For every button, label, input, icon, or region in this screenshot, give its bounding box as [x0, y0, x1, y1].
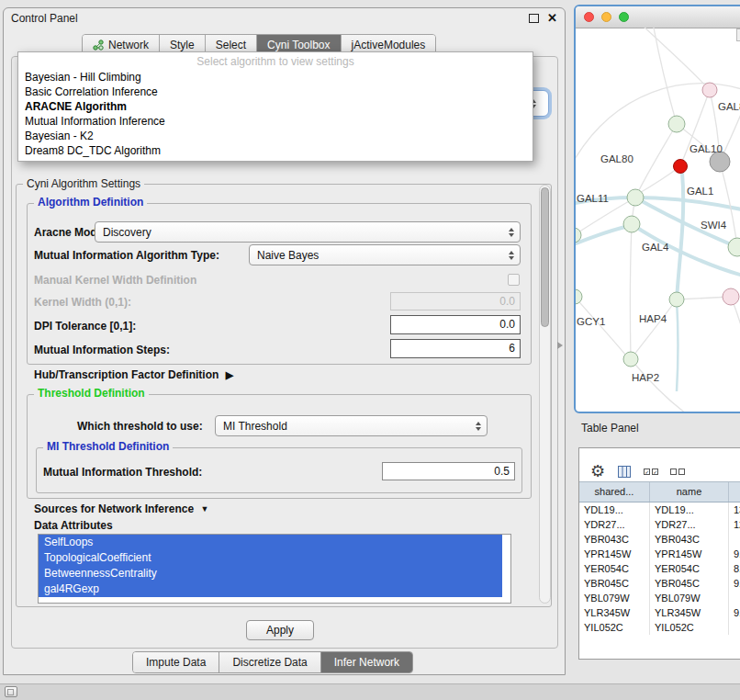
cell[interactable]: YLR345W — [650, 605, 729, 620]
cell[interactable] — [729, 591, 740, 605]
algorithm-option[interactable]: Dream8 DC_TDC Algorithm — [18, 143, 533, 158]
attribute-item-selected[interactable]: gal4RGexp — [39, 581, 502, 597]
settings-gear-icon[interactable]: ⚙ — [590, 463, 605, 480]
sources-toggle[interactable]: Sources for Network Inference ▼ — [34, 502, 205, 515]
network-node-selected-red[interactable] — [674, 160, 688, 174]
cell[interactable]: YPR145W — [579, 547, 650, 561]
column-header[interactable] — [729, 482, 740, 502]
column-header[interactable]: shared... — [579, 482, 650, 502]
minimize-traffic-light-icon[interactable] — [601, 12, 611, 22]
manual-kernel-checkbox[interactable] — [508, 274, 520, 286]
panel-divider-arrow[interactable] — [557, 342, 563, 349]
cell[interactable]: YPR145W — [650, 547, 729, 561]
table-row[interactable]: YBR045C YBR045C 9. — [579, 576, 740, 591]
caret-right-icon: ▶ — [226, 369, 233, 380]
columns-icon[interactable] — [617, 465, 632, 479]
mi-type-combobox[interactable]: Naive Bayes — [249, 244, 521, 265]
algorithm-option[interactable]: Basic Correlation Inference — [18, 85, 533, 99]
taskbar-window-icon[interactable] — [5, 686, 17, 697]
attribute-item-selected[interactable]: TopologicalCoefficient — [39, 550, 502, 566]
network-node[interactable] — [723, 288, 739, 305]
table-row[interactable]: YDR27... YDR27... 12 — [579, 517, 740, 532]
table-row[interactable]: YPR145W YPR145W 9. — [579, 547, 740, 561]
cell[interactable]: 13 — [729, 502, 740, 517]
network-node-gal10[interactable] — [710, 152, 730, 172]
cell[interactable]: YBL079W — [579, 591, 650, 605]
cell[interactable]: YBR043C — [650, 532, 729, 547]
cell[interactable]: YER054C — [579, 561, 650, 576]
table-row[interactable]: YDL19... YDL19... 13 — [579, 502, 740, 517]
aracne-mode-combobox[interactable]: Discovery — [95, 221, 521, 243]
table-row[interactable]: YBL079W YBL079W — [579, 591, 740, 605]
which-threshold-combobox[interactable]: MI Threshold — [215, 415, 488, 436]
cell[interactable]: 12 — [729, 517, 740, 532]
hub-section-toggle[interactable]: Hub/Transcription Factor Definition ▶ — [34, 368, 230, 381]
combo-arrows-icon — [509, 251, 514, 260]
mi-threshold-title: MI Threshold Definition — [43, 440, 173, 453]
close-icon[interactable]: ✕ — [547, 13, 557, 24]
algorithm-option[interactable]: Bayesian - Hill Climbing — [18, 70, 533, 85]
cell[interactable]: YIL052C — [579, 620, 650, 635]
cell[interactable]: 9. — [729, 576, 740, 591]
network-node[interactable] — [669, 292, 684, 307]
attribute-item-selected[interactable]: BetweennessCentrality — [39, 566, 502, 581]
cell[interactable]: YIL052C — [650, 620, 729, 635]
network-node[interactable] — [668, 116, 685, 132]
data-attributes-list[interactable]: SelfLoops TopologicalCoefficient Between… — [38, 534, 511, 604]
algorithm-option-selected[interactable]: ARACNE Algorithm — [18, 99, 533, 114]
algorithm-dropdown-popup: Select algorithm to view settings Bayesi… — [17, 51, 533, 162]
table-row[interactable]: YIL052C YIL052C — [579, 620, 740, 635]
network-node[interactable] — [627, 189, 644, 206]
table-row[interactable]: YBR043C YBR043C — [579, 532, 740, 547]
unchecked-boxes-icon[interactable] — [670, 469, 685, 475]
cell[interactable]: YDR27... — [579, 517, 650, 532]
cell[interactable]: 9. — [729, 547, 740, 561]
table-panel-title: Table Panel — [581, 422, 639, 435]
cell[interactable]: YDL19... — [579, 502, 650, 517]
table-row[interactable]: YER054C YER054C 8. — [579, 561, 740, 576]
cell[interactable]: YDR27... — [650, 517, 729, 532]
cell[interactable]: YER054C — [650, 561, 729, 576]
tab-discretize-data[interactable]: Discretize Data — [219, 652, 320, 672]
tab-infer-network[interactable]: Infer Network — [321, 652, 412, 672]
network-node[interactable] — [623, 352, 638, 367]
settings-scrollbar[interactable] — [539, 185, 551, 604]
float-window-icon[interactable] — [529, 14, 539, 23]
column-header[interactable]: name — [650, 482, 729, 502]
algorithm-option[interactable]: Bayesian - K2 — [18, 129, 533, 143]
zoom-traffic-light-icon[interactable] — [619, 12, 629, 22]
attribute-item-selected[interactable]: SelfLoops — [39, 535, 502, 550]
cell[interactable]: YBR043C — [579, 532, 650, 547]
node-label: SWI4 — [701, 220, 727, 231]
network-canvas[interactable]: GAL80 GAL80 GAL10 GAL11 GAL1 SWI4 GAL4 G… — [576, 28, 740, 413]
network-node[interactable] — [702, 83, 717, 97]
cell[interactable]: 9. — [729, 605, 740, 620]
mi-threshold-field[interactable]: 0.5 — [382, 462, 515, 480]
network-node[interactable] — [728, 238, 740, 256]
cell[interactable]: YBR045C — [579, 576, 650, 591]
tab-impute-data[interactable]: Impute Data — [133, 652, 219, 672]
algorithm-option[interactable]: Mutual Information Inference — [18, 114, 533, 129]
cell[interactable]: 8. — [729, 561, 740, 576]
close-traffic-light-icon[interactable] — [584, 12, 594, 22]
network-window-titlebar[interactable] — [576, 6, 740, 28]
cell[interactable] — [729, 532, 740, 547]
kernel-width-field[interactable]: 0.0 — [390, 292, 521, 310]
cell[interactable]: YBR045C — [650, 576, 729, 591]
cell[interactable]: YDL19... — [650, 502, 729, 517]
network-node[interactable] — [623, 216, 640, 232]
node-label: GCY1 — [577, 316, 605, 327]
checked-boxes-icon[interactable]: ✓✓ — [644, 469, 658, 475]
node-label: HAP2 — [632, 372, 659, 383]
cell[interactable]: YLR345W — [579, 605, 650, 620]
dpi-tolerance-field[interactable]: 0.0 — [390, 315, 521, 334]
cell[interactable]: YBL079W — [650, 591, 729, 605]
table-row[interactable]: YLR345W YLR345W 9. — [579, 605, 740, 620]
apply-button[interactable]: Apply — [246, 620, 314, 640]
network-scrollbar-nub[interactable] — [736, 28, 740, 41]
scrollbar-thumb[interactable] — [541, 187, 549, 327]
control-panel-titlebar[interactable]: Control Panel ✕ — [4, 8, 565, 28]
mi-steps-field[interactable]: 6 — [390, 339, 521, 358]
cell[interactable] — [729, 620, 740, 635]
network-node[interactable] — [576, 289, 582, 304]
